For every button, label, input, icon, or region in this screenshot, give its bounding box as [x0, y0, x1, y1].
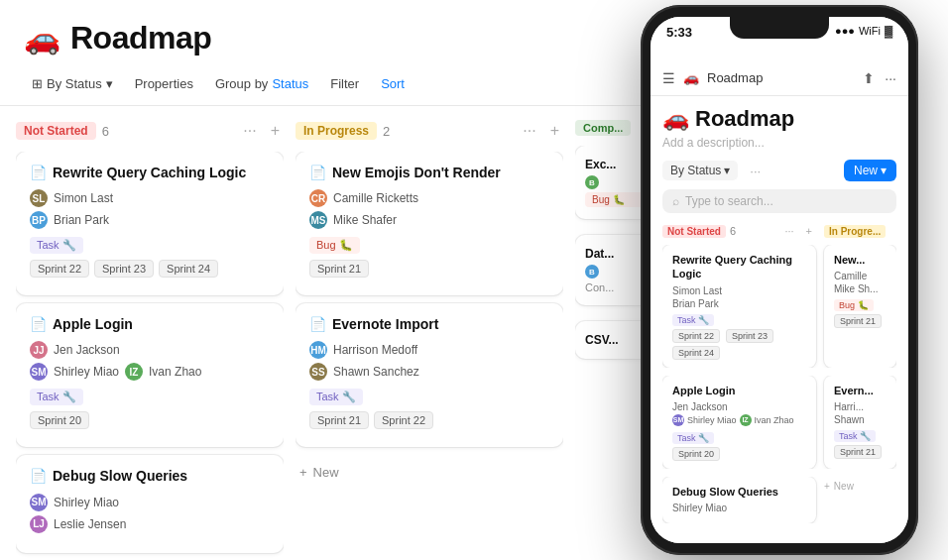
page-title: Roadmap — [70, 20, 211, 56]
card-debug-slow[interactable]: 📄 Debug Slow Queries SM Shirley Miao LJ … — [16, 455, 284, 552]
assignee-row: SS Shawn Sanchez — [309, 363, 549, 381]
assignee-row: CR Camille Ricketts — [309, 189, 549, 207]
properties-button[interactable]: Properties — [127, 72, 201, 95]
column-more-button-in-progress[interactable]: ··· — [519, 120, 539, 142]
avatar: IZ — [740, 414, 752, 426]
phone-badge-in-progress: In Progre... — [824, 225, 886, 238]
card-doc-icon: 📄 — [30, 316, 47, 332]
phone-col-more-not-started[interactable]: ··· — [780, 223, 797, 239]
sprint-tag: Sprint 22 — [30, 260, 89, 278]
by-status-label: By Status — [47, 76, 102, 91]
chevron-down-icon: ▾ — [106, 76, 113, 91]
assignee-row: JJ Jen Jackson — [30, 341, 270, 359]
assignee-name: Harrison Medoff — [333, 343, 417, 357]
page-title-row: 🚗 Roadmap — [0, 20, 664, 56]
card-assignees: CR Camille Ricketts MS Mike Shafer — [309, 189, 549, 229]
sprint-tag: Sprint 23 — [94, 260, 154, 278]
sprint-tag: Sprint 21 — [309, 260, 369, 278]
card-new-emojis[interactable]: 📄 New Emojis Don't Render CR Camille Ric… — [296, 152, 563, 295]
avatar: LJ — [30, 515, 48, 533]
phone-filter-button[interactable]: By Status ▾ — [662, 161, 738, 180]
phone-count-not-started: 6 — [730, 225, 736, 237]
phone-card-evernote[interactable]: Evern... Harri... Shawn Task 🔧 Sprint 21 — [824, 376, 896, 469]
phone-overlay: 5:33 ●●● WiFi ▓ ☰ 🚗 Roadmap ⬆ ··· — [611, 0, 948, 560]
phone-filter-label: By Status — [670, 164, 721, 177]
desktop-area: 🚗 Roadmap ⊞ By Status ▾ Properties Group… — [0, 0, 664, 560]
phone-tag-task: Task 🔧 — [834, 430, 876, 442]
phone-add-new-button[interactable]: + New — [824, 477, 854, 496]
cards-list-not-started: 📄 Rewrite Query Caching Logic SL Simon L… — [16, 152, 284, 560]
phone-tag-bug: Bug 🐛 — [834, 299, 874, 311]
column-not-started: Not Started 6 ··· + 📄 Rewrite Query Cach… — [16, 120, 284, 560]
share-icon[interactable]: ⬆ — [863, 70, 875, 86]
avatar: SS — [309, 363, 327, 381]
card-title: Apple Login — [53, 315, 133, 333]
add-card-button-in-progress[interactable]: + New — [296, 459, 563, 486]
card-sprints: Sprint 21 — [309, 260, 549, 278]
card-rewrite-query[interactable]: 📄 Rewrite Query Caching Logic SL Simon L… — [16, 152, 284, 295]
phone-assignee: Shirley Miao — [672, 503, 806, 513]
avatar: SM — [30, 363, 48, 381]
phone-multi-assignee: SM Shirley Miao IZ Ivan Zhao — [672, 414, 806, 426]
phone-card-sprints: Sprint 21 — [834, 442, 887, 459]
filter-button[interactable]: Filter — [322, 72, 367, 95]
phone-chevron-icon: ▾ — [724, 164, 730, 177]
column-add-button-in-progress[interactable]: + — [546, 120, 563, 142]
group-by-button[interactable]: Group by Status — [207, 72, 316, 95]
avatar: SM — [672, 414, 684, 426]
phone-assignee: Jen Jackson — [672, 401, 806, 412]
phone-cards-row-3: Debug Slow Queries Shirley Miao + New — [662, 477, 896, 523]
phone-sprint-tag: Sprint 21 — [834, 314, 882, 328]
phone-assignee: Shawn — [834, 414, 887, 425]
phone-col-add-not-started[interactable]: + — [802, 223, 816, 239]
assignee-name: Shawn Sanchez — [333, 365, 419, 379]
menu-icon[interactable]: ☰ — [662, 70, 675, 86]
phone-nav-bar: ☰ 🚗 Roadmap ⬆ ··· — [651, 60, 908, 96]
avatar: HM — [309, 341, 327, 359]
phone-add-new-area: + New — [824, 477, 896, 523]
card-title: Evernote Import — [332, 315, 438, 333]
card-title: Debug Slow Queries — [53, 467, 187, 485]
avatar: B — [585, 175, 599, 189]
assignee-row: LJ Leslie Jensen — [30, 515, 270, 533]
phone-card-tags: Task 🔧 — [672, 429, 806, 444]
by-status-button[interactable]: ⊞ By Status ▾ — [24, 72, 121, 95]
card-tags: Task 🔧 — [309, 389, 549, 405]
phone-add-label: New — [834, 481, 854, 492]
sort-button[interactable]: Sort — [373, 72, 413, 95]
phone-card-rewrite[interactable]: Rewrite Query Caching Logic Simon Last B… — [662, 245, 816, 368]
phone-card-new-emojis[interactable]: New... Camille Mike Sh... Bug 🐛 Sprint 2… — [824, 245, 896, 368]
phone-new-button[interactable]: New ▾ — [844, 160, 896, 181]
more-icon[interactable]: ··· — [885, 70, 896, 86]
phone-card-apple-login[interactable]: Apple Login Jen Jackson SM Shirley Miao … — [662, 376, 816, 469]
card-assignees: SM Shirley Miao LJ Leslie Jensen — [30, 494, 270, 533]
phone-sprint-tag: Sprint 22 — [672, 329, 720, 343]
assignee-multi-row: SM Shirley Miao IZ Ivan Zhao — [30, 363, 270, 381]
phone-card-title: New... — [834, 253, 887, 267]
sprint-tag: Sprint 21 — [309, 411, 369, 429]
toolbar: ⊞ By Status ▾ Properties Group by Status… — [0, 72, 664, 106]
avatar: SL — [30, 189, 48, 207]
filter-label: Filter — [330, 76, 359, 91]
phone-tag-task: Task 🔧 — [672, 432, 714, 444]
column-add-button-not-started[interactable]: + — [267, 120, 284, 142]
card-evernote-import[interactable]: 📄 Evernote Import HM Harrison Medoff SS … — [296, 303, 563, 447]
phone-page-icon: 🚗 — [662, 106, 689, 132]
card-tags: Bug 🐛 — [309, 237, 549, 254]
phone-card-tags: Bug 🐛 — [834, 296, 887, 311]
phone-card-title: Apple Login — [672, 384, 806, 397]
card-assignees: SL Simon Last BP Brian Park — [30, 189, 270, 229]
phone-nav-actions: ⬆ ··· — [863, 70, 896, 86]
column-more-button-not-started[interactable]: ··· — [239, 120, 260, 142]
phone-card-title: Debug Slow Queries — [672, 485, 806, 499]
card-title: New Emojis Don't Render — [332, 164, 501, 181]
phone-page-title-text: Roadmap — [695, 106, 794, 132]
phone-ellipsis-button[interactable]: ··· — [746, 162, 765, 180]
signal-icon: ●●● — [835, 25, 855, 37]
phone-cards-row-2: Apple Login Jen Jackson SM Shirley Miao … — [662, 376, 896, 469]
column-header-in-progress: In Progress 2 ··· + — [296, 120, 563, 142]
phone-card-tags: Task 🔧 — [672, 311, 806, 326]
phone-card-debug[interactable]: Debug Slow Queries Shirley Miao — [662, 477, 816, 523]
card-apple-login[interactable]: 📄 Apple Login JJ Jen Jackson SM Shirley … — [16, 303, 284, 447]
phone-search-placeholder[interactable]: Type to search... — [685, 194, 773, 208]
